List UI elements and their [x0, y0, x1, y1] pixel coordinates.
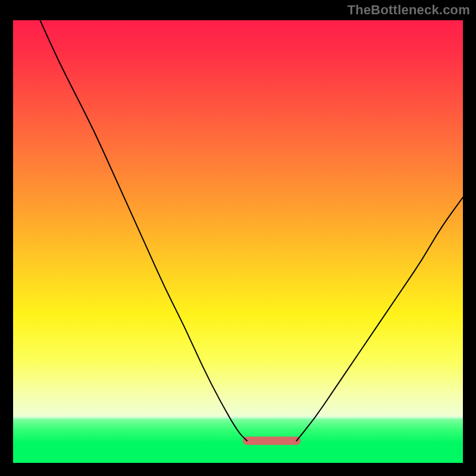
left-branch-path [40, 20, 247, 441]
plot-area [13, 20, 463, 463]
curve-svg [13, 20, 463, 463]
chart-frame: TheBottleneck.com [0, 0, 476, 476]
right-branch-path [296, 198, 463, 441]
watermark-label: TheBottleneck.com [347, 2, 470, 18]
